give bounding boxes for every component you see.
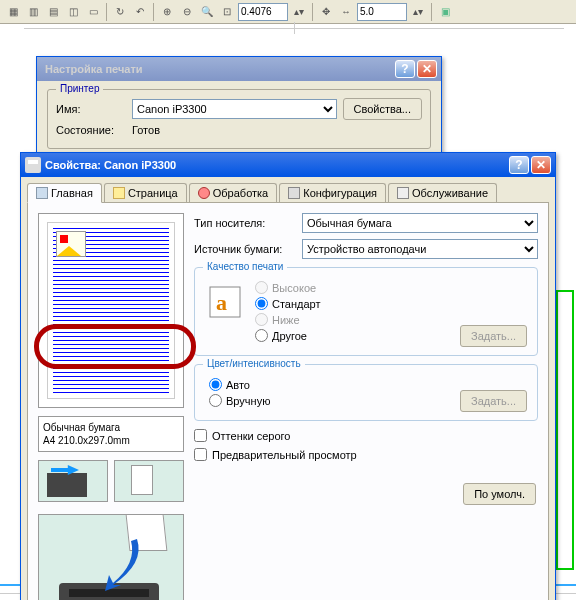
- main-toolbar: ▦ ▥ ▤ ◫ ▭ ↻ ↶ ⊕ ⊖ 🔍 ⊡ ▴▾ ✥ ↔ ▴▾ ▣: [0, 0, 576, 24]
- quality-high-radio: [255, 281, 268, 294]
- tab-config[interactable]: Конфигурация: [279, 183, 386, 202]
- media-type-label: Тип носителя:: [194, 217, 294, 229]
- zoom-in-icon[interactable]: ⊕: [158, 3, 176, 21]
- color-group: Цвет/интенсивность Авто Вручную Задать..…: [194, 364, 538, 421]
- preview-checkbox[interactable]: [194, 448, 207, 461]
- properties-button[interactable]: Свойства...: [343, 98, 422, 120]
- paper-source-label: Источник бумаги:: [194, 243, 294, 255]
- printer-legend: Принтер: [56, 83, 103, 94]
- page-preview: [38, 213, 184, 408]
- tool-icon: [397, 187, 409, 199]
- printer-properties-dialog: Свойства: Canon iP3300 ? ✕ Главная Стран…: [20, 152, 556, 600]
- help-button[interactable]: ?: [509, 156, 529, 174]
- config-icon: [288, 187, 300, 199]
- close-button[interactable]: ✕: [417, 60, 437, 78]
- svg-text:a: a: [216, 290, 227, 315]
- zoom-fit-icon[interactable]: ⊡: [218, 3, 236, 21]
- close-button[interactable]: ✕: [531, 156, 551, 174]
- scale-input[interactable]: [357, 3, 407, 21]
- name-label: Имя:: [56, 103, 126, 115]
- color-auto-radio[interactable]: [209, 378, 222, 391]
- quality-other-radio[interactable]: [255, 329, 268, 342]
- printer-icon: [25, 157, 41, 173]
- quality-icon: a: [209, 286, 241, 318]
- page-icon: [113, 187, 125, 199]
- quality-legend: Качество печати: [203, 261, 287, 272]
- info-size: A4 210.0x297.0mm: [43, 434, 179, 447]
- paper-info-box: Обычная бумага A4 210.0x297.0mm: [38, 416, 184, 452]
- tab-processing[interactable]: Обработка: [189, 183, 277, 202]
- quality-low-radio: [255, 313, 268, 326]
- undo-icon[interactable]: ↶: [131, 3, 149, 21]
- spinner-icon[interactable]: ▴▾: [290, 3, 308, 21]
- tb-icon[interactable]: ▤: [44, 3, 62, 21]
- stamp-icon: [198, 187, 210, 199]
- arrow-icon: [87, 533, 147, 593]
- grayscale-checkbox[interactable]: [194, 429, 207, 442]
- move-icon[interactable]: ✥: [317, 3, 335, 21]
- tab-main[interactable]: Главная: [27, 183, 102, 203]
- tab-maintenance[interactable]: Обслуживание: [388, 183, 497, 202]
- printer-illustration: A: [38, 514, 184, 600]
- tb-icon[interactable]: ◫: [64, 3, 82, 21]
- dialog-title: Настройка печати: [41, 63, 393, 75]
- measure-icon[interactable]: ↔: [337, 3, 355, 21]
- tb-icon[interactable]: ▥: [24, 3, 42, 21]
- quality-standard-radio[interactable]: [255, 297, 268, 310]
- tab-page[interactable]: Страница: [104, 183, 187, 202]
- printer-state: Готов: [132, 124, 160, 136]
- help-button[interactable]: ?: [395, 60, 415, 78]
- dialog-title: Свойства: Canon iP3300: [41, 159, 507, 171]
- spinner-icon[interactable]: ▴▾: [409, 3, 427, 21]
- image-icon[interactable]: ▣: [436, 3, 454, 21]
- preview-label: Предварительный просмотр: [212, 449, 357, 461]
- quality-set-button: Задать...: [460, 325, 527, 347]
- zoom-input[interactable]: [238, 3, 288, 21]
- tb-grid-icon[interactable]: ▦: [4, 3, 22, 21]
- zoom-out-icon[interactable]: ⊖: [178, 3, 196, 21]
- color-manual-radio[interactable]: [209, 394, 222, 407]
- media-type-select[interactable]: Обычная бумага: [302, 213, 538, 233]
- page-illustration: [114, 460, 184, 502]
- feed-illustration: [38, 460, 108, 502]
- printer-name-select[interactable]: Canon iP3300: [132, 99, 337, 119]
- quality-group: Качество печати a Высокое Стандарт Ниже …: [194, 267, 538, 356]
- tab-panel-main: Обычная бумага A4 210.0x297.0mm A Тип но…: [27, 202, 549, 600]
- tab-strip: Главная Страница Обработка Конфигурация …: [21, 177, 555, 202]
- zoom-icon[interactable]: 🔍: [198, 3, 216, 21]
- refresh-icon[interactable]: ↻: [111, 3, 129, 21]
- print-setup-dialog: Настройка печати ? ✕ Принтер Имя: Canon …: [36, 56, 442, 164]
- info-media: Обычная бумага: [43, 421, 179, 434]
- tb-icon[interactable]: ▭: [84, 3, 102, 21]
- grayscale-label: Оттенки серого: [212, 430, 290, 442]
- state-label: Состояние:: [56, 124, 126, 136]
- color-legend: Цвет/интенсивность: [203, 358, 305, 369]
- color-set-button: Задать...: [460, 390, 527, 412]
- defaults-button[interactable]: По умолч.: [463, 483, 536, 505]
- paper-source-select[interactable]: Устройство автоподачи: [302, 239, 538, 259]
- doc-icon: [36, 187, 48, 199]
